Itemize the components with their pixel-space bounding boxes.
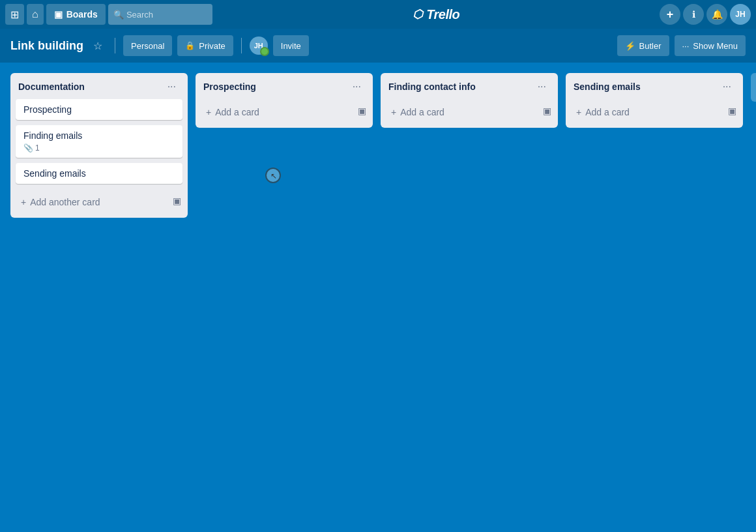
list-finding-contact-info-header: Finding contact info ··· (381, 73, 558, 99)
card-finding-emails[interactable]: Finding emails 📎 1 (16, 125, 182, 158)
add-card-finding-contact-info-label: Add a card (400, 107, 444, 117)
user-avatar-button[interactable]: JH (730, 4, 751, 25)
cursor-indicator: ↖ (265, 168, 281, 183)
board-user-avatar: JH (250, 37, 268, 55)
plus-icon: + (206, 107, 211, 117)
card-prospecting[interactable]: Prospecting (16, 99, 182, 120)
card-prospecting-title: Prospecting (23, 104, 175, 115)
list-documentation: Documentation ··· Prospecting Finding em… (10, 73, 188, 218)
trello-logo-text: Trello (426, 7, 459, 22)
card-template-finding-contact-info-button[interactable]: ▣ (539, 103, 555, 119)
butler-label: Butler (639, 41, 662, 51)
list-prospecting-menu-button[interactable]: ··· (349, 80, 365, 94)
template-icon: ▣ (358, 106, 366, 116)
plus-icon: + (391, 107, 396, 117)
star-button[interactable]: ☆ (89, 37, 107, 55)
list-sending-emails-title: Sending emails (574, 81, 641, 92)
grid-menu-button[interactable]: ⊞ (5, 4, 24, 25)
home-icon: ⌂ (32, 8, 38, 20)
list-finding-contact-info-menu-button[interactable]: ··· (534, 80, 550, 94)
boards-label: Boards (66, 9, 98, 20)
list-finding-contact-info-add-row: + Add a card ▣ (381, 99, 558, 128)
list-prospecting: Prospecting ··· + Add a card ▣ (196, 73, 373, 128)
add-card-documentation-label: Add another card (30, 197, 100, 207)
list-documentation-cards: Prospecting Finding emails 📎 1 Sending e… (10, 99, 188, 189)
cursor-arrow-icon: ↖ (270, 171, 277, 181)
privacy-label: Private (199, 41, 225, 51)
board-header: Link building ☆ Personal 🔒 Private JH In… (0, 29, 756, 63)
list-finding-contact-info-title: Finding contact info (388, 81, 476, 92)
header-divider-1 (115, 38, 115, 53)
boards-button[interactable]: ▣ Boards (46, 4, 106, 25)
list-documentation-title: Documentation (18, 81, 85, 92)
list-sending-emails-header: Sending emails ··· (566, 73, 743, 99)
notifications-button[interactable]: 🔔 (706, 4, 727, 25)
invite-button[interactable]: Invite (273, 35, 309, 56)
card-sending-emails-title: Sending emails (23, 168, 175, 179)
list-sending-emails-add-row: + Add a card ▣ (566, 99, 743, 128)
top-navigation: ⊞ ⌂ ▣ Boards 🔍 ⬡ Trello + ℹ 🔔 JH (0, 0, 756, 29)
attachment-badge: 📎 1 (23, 143, 40, 153)
card-template-documentation-button[interactable]: ▣ (169, 193, 185, 209)
trello-logo-icon: ⬡ (413, 7, 423, 22)
list-sending-emails: Sending emails ··· + Add a card ▣ (566, 73, 743, 128)
list-finding-contact-info: Finding contact info ··· + Add a card ▣ (381, 73, 558, 128)
card-template-sending-emails-button[interactable]: ▣ (724, 103, 740, 119)
list-prospecting-add-row: + Add a card ▣ (196, 99, 373, 128)
add-card-sending-emails-button[interactable]: + Add a card (568, 102, 724, 123)
user-initials: JH (735, 10, 745, 19)
card-finding-emails-title: Finding emails (23, 130, 175, 141)
add-card-sending-emails-label: Add a card (585, 107, 630, 117)
attachment-count: 1 (35, 143, 40, 153)
ellipsis-icon: ··· (353, 81, 361, 93)
bell-icon: 🔔 (712, 9, 723, 20)
plus-icon: + (576, 107, 581, 117)
list-sending-emails-menu-button[interactable]: ··· (719, 80, 735, 94)
plus-icon: + (667, 8, 674, 22)
plus-icon: + (21, 197, 26, 207)
show-menu-button[interactable]: ··· Show Menu (675, 35, 746, 56)
visibility-label: Personal (131, 41, 164, 51)
lock-icon: 🔒 (185, 41, 195, 50)
template-icon: ▣ (543, 106, 551, 116)
board-title: Link building (10, 39, 83, 53)
butler-button[interactable]: ⚡ Butler (617, 35, 669, 56)
search-wrapper: 🔍 (108, 4, 212, 25)
list-documentation-add-row: + Add another card ▣ (10, 189, 188, 218)
board-header-right: ⚡ Butler ··· Show Menu (617, 35, 746, 56)
visibility-button[interactable]: Personal (123, 35, 172, 56)
add-card-finding-contact-info-button[interactable]: + Add a card (383, 102, 539, 123)
search-input[interactable] (108, 4, 212, 25)
privacy-button[interactable]: 🔒 Private (177, 35, 233, 56)
header-divider-2 (241, 38, 242, 53)
list-documentation-menu-button[interactable]: ··· (164, 80, 180, 94)
list-prospecting-title: Prospecting (203, 81, 256, 92)
boards-icon: ▣ (54, 9, 63, 20)
home-button[interactable]: ⌂ (27, 4, 44, 25)
card-finding-emails-badges: 📎 1 (23, 143, 175, 153)
invite-label: Invite (281, 41, 301, 51)
add-list-button[interactable]: + Add another list (751, 73, 756, 102)
add-card-prospecting-label: Add a card (215, 107, 259, 117)
board-content: Documentation ··· Prospecting Finding em… (0, 63, 756, 532)
show-menu-dots-icon: ··· (682, 41, 690, 51)
list-documentation-header: Documentation ··· (10, 73, 188, 99)
list-prospecting-header: Prospecting ··· (196, 73, 373, 99)
board-user-initials: JH (254, 42, 263, 50)
attachment-icon: 📎 (23, 143, 33, 153)
add-button[interactable]: + (660, 4, 680, 25)
card-sending-emails[interactable]: Sending emails (16, 163, 182, 184)
butler-icon: ⚡ (625, 41, 635, 51)
star-icon: ☆ (93, 40, 102, 52)
ellipsis-icon: ··· (538, 81, 546, 93)
show-menu-label: Show Menu (693, 41, 738, 51)
add-card-documentation-button[interactable]: + Add another card (13, 192, 169, 213)
ellipsis-icon: ··· (167, 81, 176, 93)
template-icon: ▣ (173, 196, 181, 206)
nav-right-section: + ℹ 🔔 JH (660, 4, 751, 25)
info-icon: ℹ (692, 9, 695, 20)
add-card-prospecting-button[interactable]: + Add a card (198, 102, 354, 123)
info-button[interactable]: ℹ (683, 4, 704, 25)
trello-logo: ⬡ Trello (215, 7, 657, 22)
card-template-prospecting-button[interactable]: ▣ (354, 103, 370, 119)
